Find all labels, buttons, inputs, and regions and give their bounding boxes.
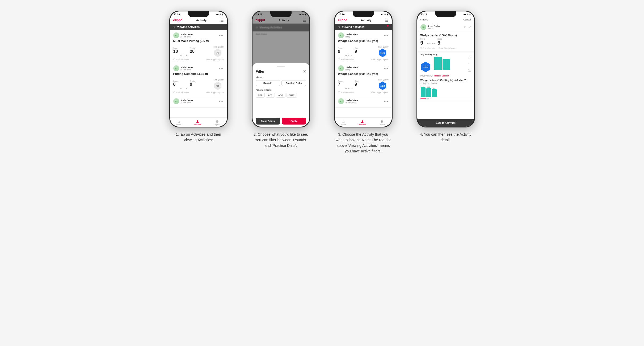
activity-card-1-2[interactable]: JC Josh Coles 28 Feb 2023 ••• Putting Co… [170, 63, 227, 96]
practice-drills-btn-2[interactable]: Practice Drills [281, 80, 306, 86]
activity-card-3-2[interactable]: JC Josh Coles Today ••• Wedge Ladder (10… [335, 63, 392, 96]
phone-screen-4: 13:21 ▪▪▪ ⊜ ▮ < Back Cancel JC [417, 11, 474, 127]
activity-card-3-1[interactable]: JC Josh Coles Today ••• Wedge Ladder (10… [335, 30, 392, 63]
menu-icon-3[interactable]: ☰ [385, 18, 389, 22]
battery-icon-1: ▮ [222, 13, 223, 16]
nav-home-3[interactable]: ⌂ Home [341, 119, 346, 126]
back-to-activities-btn-4[interactable]: Back to Activities [417, 119, 474, 127]
bars-container-4 [433, 57, 471, 70]
bar-chart-4: APP 100 50 0 [433, 57, 471, 72]
user-details-1-2: Josh Coles 28 Feb 2023 [180, 66, 193, 71]
app-header-3: clippd Activity ☰ [335, 17, 392, 24]
detail-drill-section-4: Wedge Ladder (100–140 yds) - 06 Mar 23 ←… [417, 78, 474, 100]
more-icon-1-2[interactable]: ••• [219, 66, 224, 70]
out-of-1-1: OUT OF [180, 54, 187, 56]
viewing-bar-1[interactable]: ⚙ Viewing Activities [170, 24, 227, 30]
user-name-4: Josh Coles [428, 25, 440, 28]
viewing-bar-text-3: Viewing Activities [342, 25, 364, 28]
data-source-3-1: Data: Clippd Capture [371, 58, 388, 61]
more-icon-1-1[interactable]: ••• [219, 33, 224, 37]
more-icon-1-3[interactable]: ••• [219, 99, 224, 103]
close-btn-2[interactable]: ✕ [303, 69, 306, 74]
chart-section-4: Avg Shot Quality 130 APP [417, 52, 474, 74]
nav-home-1[interactable]: ⌂ Home [176, 119, 181, 126]
score-label-1-1: Score [173, 47, 178, 49]
nav-capture-label-1: Capture [214, 124, 221, 126]
detail-icons-4: ✏ ⤢ [464, 25, 471, 29]
bar-4-0 [434, 57, 442, 70]
apply-btn-2[interactable]: Apply [282, 118, 306, 125]
shot-quality-badge-3-1: 130 [378, 49, 387, 57]
nav-activities-1[interactable]: ♟ Activities [194, 119, 201, 126]
avatar-3-1: JC [338, 32, 344, 38]
shots-val-1-2: 9 [190, 82, 195, 87]
sheet-handle-2 [277, 66, 285, 67]
shots-label-3-2: Shots [355, 80, 359, 82]
tag-app-2[interactable]: APP [266, 93, 275, 98]
avg-chart-row-4: 130 APP 100 50 [420, 57, 471, 72]
caption-1: 1.Tap on Activities and then 'Viewing Ac… [169, 132, 228, 143]
test-info-1-1: ⓘ Test Information [173, 58, 189, 61]
wifi-icon-3: ⊜ [384, 13, 386, 16]
shots-val-3-2: 9 [355, 82, 359, 87]
filter-icon-1: ⚙ [173, 25, 176, 28]
user-date-3-3: 28 Feb 2023 [345, 102, 358, 104]
data-source-1-2: Data: Clippd Capture [206, 91, 224, 94]
show-label-2: Show [256, 76, 306, 79]
more-icon-3-3[interactable]: ••• [384, 99, 389, 103]
shots-group-3-2: Shots 9 [355, 80, 359, 87]
tag-putt-2[interactable]: PUTT [287, 93, 297, 98]
activity-card-1-1[interactable]: JC Josh Coles 28 Feb 2023 ••• Must Make … [170, 30, 227, 63]
practice-drills-label-2: Practice Drills [256, 89, 306, 91]
phone-section-4: 13:21 ▪▪▪ ⊜ ▮ < Back Cancel JC [410, 11, 482, 154]
nav-activities-3[interactable]: ♟ Activities [359, 119, 366, 126]
more-icon-3-2[interactable]: ••• [384, 66, 389, 70]
tag-ott-2[interactable]: OTT [256, 93, 265, 98]
stats-row-3-2: Score 7 OUT OF Shots 9 Shot Quality 118 [338, 77, 389, 90]
nav-capture-3[interactable]: ⊕ Capture [379, 119, 385, 126]
nav-home-label-3: Home [341, 124, 346, 126]
nav-capture-1[interactable]: ⊕ Capture [214, 119, 221, 126]
header-title-3: Activity [361, 19, 372, 22]
score-group-3-2: Score 7 [338, 80, 343, 87]
user-name-3-3: Josh Coles [345, 99, 358, 102]
rounds-btn-2[interactable]: Rounds [256, 80, 280, 86]
test-info-4: ⓘ Test Information Data: Clippd Capture [420, 47, 471, 49]
bottom-nav-3: ⌂ Home ♟ Activities ⊕ Capture [335, 117, 392, 127]
more-icon-3-1[interactable]: ••• [384, 33, 389, 37]
menu-icon-1[interactable]: ☰ [220, 18, 224, 22]
status-time-3: 13:20 [339, 13, 345, 16]
status-icons-4: ▪▪▪ ⊜ ▮ [464, 13, 470, 16]
cancel-btn-4[interactable]: Cancel [463, 18, 471, 21]
detail-bar-4-2 [432, 89, 437, 97]
expand-icon-4[interactable]: ⤢ [468, 25, 471, 29]
user-date-1-3: 28 Feb 2023 [180, 102, 193, 104]
tag-arg-2[interactable]: ARG [276, 93, 285, 98]
shots-label-1-1: Shots [190, 47, 195, 49]
shot-quality-badge-3-2: 118 [378, 82, 387, 90]
viewing-bar-3[interactable]: ⚙ Viewing Activities [335, 24, 392, 30]
y-100-4: 100 [468, 57, 471, 58]
practice-session-link-4[interactable]: Practice Session [434, 75, 449, 77]
shot-quality-badge-1-1: 75 [213, 49, 222, 57]
hex-badge-4: 130 [420, 62, 431, 72]
clippd-capture-4: Data: Clippd Capture [439, 47, 456, 49]
activity-card-1-3: JC Josh Coles 28 Feb 2023 ••• [170, 96, 227, 108]
user-date-1-2: 28 Feb 2023 [180, 69, 193, 71]
card-header-1-1: JC Josh Coles 28 Feb 2023 ••• [173, 32, 224, 38]
detail-avg-label-4: ← Avg Shot Quality [420, 82, 471, 84]
user-details-3-1: Josh Coles Today [345, 33, 358, 38]
status-icons-1: ▪▪▪ ⊜ ▮ [216, 13, 223, 16]
avatar-4: JC [420, 24, 426, 30]
wifi-icon-1: ⊜ [220, 13, 221, 16]
clear-filters-btn-2[interactable]: Clear Filters [256, 118, 280, 125]
detail-score-row-4: Score 9 OUT OF Shots 9 [420, 38, 471, 46]
test-info-1-2: ⓘ Test Information [173, 91, 189, 94]
back-btn-4[interactable]: < Back [420, 18, 428, 21]
edit-icon-4[interactable]: ✏ [464, 25, 466, 29]
user-info-3-3: JC Josh Coles 28 Feb 2023 [338, 98, 358, 104]
signal-icon-3: ▪▪▪ [381, 13, 384, 16]
user-details-1-3: Josh Coles 28 Feb 2023 [180, 99, 193, 104]
score-group-3-1: Score 9 [338, 47, 343, 54]
detail-user-info-4: JC Josh Coles Today [420, 24, 440, 30]
